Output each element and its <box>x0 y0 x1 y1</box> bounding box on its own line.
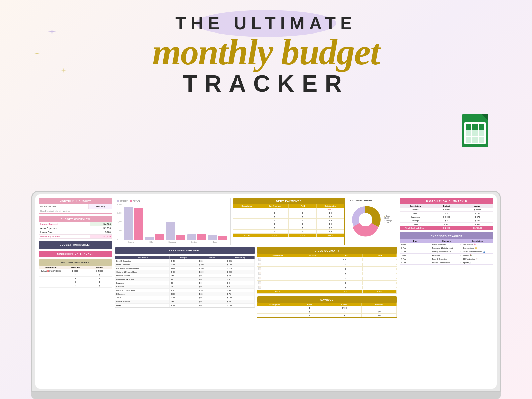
bar-expenses-actual <box>176 235 185 240</box>
debt-r5-outstanding: $ 0 <box>317 222 344 226</box>
x-expenses: Expenses <box>168 241 176 243</box>
debt-payments-section: DEBT PAYMENTS Description Due Amount Pai… <box>233 198 345 245</box>
et-r2-date: 2-Feb <box>400 246 431 250</box>
checkbox-6[interactable] <box>258 281 261 284</box>
bills-r7-due: $ <box>329 286 363 289</box>
remaining-label: Remaining Income <box>39 235 90 238</box>
bills-r1-desc <box>261 259 295 260</box>
et-r5-date: 4-Feb <box>400 257 431 261</box>
dropdown-arrow-2[interactable]: ▼ <box>459 247 461 249</box>
es-r1-actual: $ 55 <box>198 259 226 263</box>
es-r9-budget: $ 50 <box>170 289 198 292</box>
bills-row-3: $ <box>257 267 397 271</box>
sav-r1-saved: $ 700 <box>327 306 362 310</box>
is-r2-expected: $ <box>63 273 88 276</box>
bar-debts-budget <box>208 235 217 240</box>
cf-debts-desc: Debts <box>400 223 431 226</box>
dropdown-arrow-6[interactable]: ▼ <box>459 262 461 264</box>
cash-flow-pie-area: CASH FLOW SUMMARY <box>347 198 397 245</box>
es-col-actual: Actual <box>198 256 226 259</box>
debt-r7-outstanding: $ 0 <box>317 230 344 233</box>
bills-r6-check <box>257 281 261 285</box>
bills-r1-due: $ 700 <box>329 258 363 261</box>
es-row-8: Childcare $ 0 $ 0 $ 0 <box>115 285 255 289</box>
debt-r1-outstanding: $ -100 <box>317 208 344 211</box>
month-value[interactable]: February <box>88 204 112 209</box>
x-bills: Bills <box>149 241 152 243</box>
es-r11-remaining: $ 100 <box>226 296 255 300</box>
pie-container: ■ Debts19.5% ■ Savings27.2% <box>349 203 395 237</box>
laptop: MONTHLY ✦ BUDGET For the month of: Febru… <box>31 191 501 399</box>
es-r12-remaining: $ 50 <box>226 300 255 303</box>
sav-r2-saved: $ <box>327 310 362 313</box>
center-bottom-row: EXPENSES SUMMARY Description Budget Actu… <box>115 247 397 318</box>
bills-r5-paid <box>363 278 397 279</box>
et-r5-category: Food & Groceries ▼ <box>431 257 462 261</box>
debt-r3-desc <box>233 215 261 218</box>
expenses-value: $ 1,870 <box>90 226 112 230</box>
bar-bills-actual <box>155 234 164 240</box>
is-r5-banked: $ <box>87 284 112 287</box>
checkbox-7[interactable] <box>258 286 261 289</box>
es-r7-budget: $ 0 <box>170 281 198 285</box>
month-row: For the month of: February <box>39 204 112 209</box>
es-r8-budget: $ 0 <box>170 285 198 288</box>
the-ultimate-text: THE ULTIMATE <box>175 13 357 34</box>
et-row-3: 2-Feb Clothing & Personal Care ▼ Online … <box>400 250 493 254</box>
x-income: Income <box>128 241 134 243</box>
monthly-budget-text: monthly budget <box>0 34 532 70</box>
es-r2-budget: $ 300 <box>170 263 198 266</box>
dropdown-arrow-1[interactable]: ▼ <box>459 244 461 245</box>
debt-col-outstanding: Outstanding <box>317 204 344 208</box>
sav-r3-position: $ 0 <box>362 314 397 317</box>
cf-savings-actual: $ 700 <box>462 219 493 222</box>
checkbox-4[interactable] <box>258 272 261 275</box>
google-sheets-icon <box>462 114 492 151</box>
dropdown-arrow-3[interactable]: ▼ <box>459 251 461 253</box>
checkbox-3[interactable] <box>258 267 261 270</box>
checkbox-5[interactable] <box>258 277 261 279</box>
es-r7-desc: Insurance <box>115 281 170 285</box>
cf-income-actual: $ 4,000 <box>462 208 493 211</box>
checkbox-2[interactable] <box>258 263 261 265</box>
subscription-tracker-button[interactable]: SUBSCRIPTION TRACKER <box>39 251 112 257</box>
pie-debts-label: ■ Debts19.5% <box>384 215 392 219</box>
note-text: Note: Do not edit cells with warnings. <box>39 209 112 213</box>
checkbox-1[interactable] <box>258 258 261 261</box>
dropdown-arrow-5[interactable]: ▼ <box>459 258 461 260</box>
debt-row-1: $ 600 $ 500 $ -100 <box>233 208 344 211</box>
es-row-11: Travel $ 100 $ 0 $ 100 <box>115 296 255 300</box>
cf-total-actual: $ 1,430.00 <box>462 226 493 230</box>
expenses-summary-section: EXPENSES SUMMARY Description Budget Actu… <box>115 247 255 318</box>
budget-worksheet-button[interactable]: BUDGET WORKSHEET <box>39 241 112 249</box>
cf-total-row: Total Cash Left Over: $ 1,400 $ 1,430.00 <box>400 226 493 230</box>
y-label-4000: 4,000 <box>117 203 122 205</box>
bills-r1-check <box>257 257 261 262</box>
es-row-12: Work & Business $ 50 $ 0 $ 50 <box>115 300 255 304</box>
bills-r4-due: $ <box>329 272 363 275</box>
monthly-budget-section: MONTHLY ✦ BUDGET For the month of: Febru… <box>39 198 112 214</box>
bo-row-1: Income Received $ 4,000 <box>39 222 112 226</box>
dropdown-arrow-4[interactable]: ▼ <box>459 255 461 256</box>
bills-r7-check <box>257 285 261 290</box>
bills-total-check <box>257 291 261 292</box>
bar-income <box>124 207 143 240</box>
debt-r2-due: $ <box>261 211 289 215</box>
et-r6-cat-cell: Media & Communication ▼ <box>432 262 461 264</box>
es-r5-actual: $ 0 <box>198 274 226 277</box>
cf-bills-row: Bills $ 0 $ 700 <box>400 212 493 215</box>
debt-payments-header: DEBT PAYMENTS <box>233 198 344 204</box>
budget-overview-section: BUDGET OVERVIEW Income Received $ 4,000 … <box>39 216 112 239</box>
debt-r6-paid: $ <box>289 226 317 229</box>
es-r3-budget: $ 400 <box>170 267 198 270</box>
es-r10-actual: $ 25 <box>198 292 226 296</box>
debt-row-7: $ $ $ 0 <box>233 230 344 234</box>
bills-r6-duedate <box>295 282 329 284</box>
bills-r3-paid <box>363 268 397 270</box>
et-r3-cat-value: Clothing & Personal Care <box>432 251 459 253</box>
debt-r6-desc <box>233 226 261 229</box>
es-r8-remaining: $ 0 <box>226 285 255 288</box>
es-r11-budget: $ 100 <box>170 296 198 300</box>
et-r2-cat-cell: Recreation & Entertainment ▼ <box>432 247 461 249</box>
y-label-2000: 2,000 <box>117 221 122 223</box>
